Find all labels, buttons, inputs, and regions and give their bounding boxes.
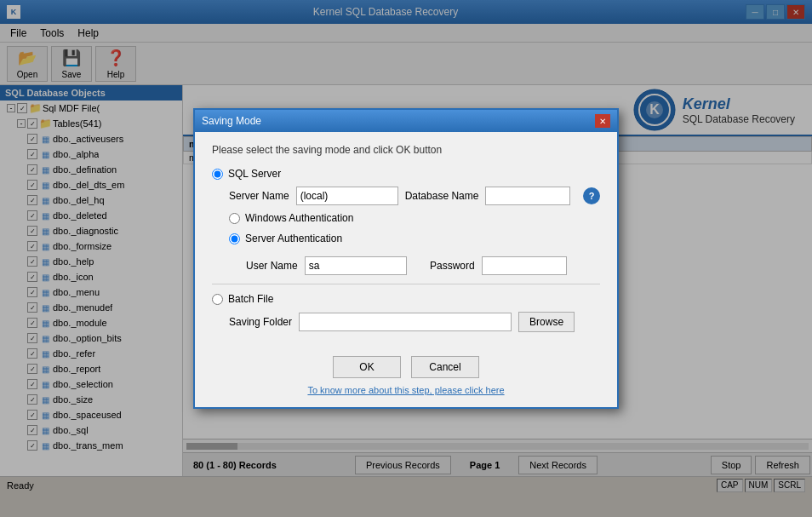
saving-folder-row: Saving Folder Browse bbox=[229, 312, 600, 332]
sql-server-label[interactable]: SQL Server bbox=[228, 168, 281, 180]
username-input[interactable] bbox=[305, 256, 407, 275]
dialog-footer: OK Cancel To know more about this step, … bbox=[195, 348, 617, 407]
dialog-buttons: OK Cancel bbox=[333, 356, 479, 378]
modal-overlay: Saving Mode ✕ Please select the saving m… bbox=[0, 0, 812, 517]
server-db-grid: Server Name Database Name ? bbox=[229, 187, 600, 205]
server-name-input[interactable] bbox=[296, 187, 398, 205]
dialog-close-button[interactable]: ✕ bbox=[595, 114, 610, 128]
server-auth-label[interactable]: Server Authentication bbox=[245, 233, 342, 244]
server-auth-row: Server Authentication bbox=[229, 233, 600, 244]
windows-auth-label[interactable]: Windows Authentication bbox=[245, 212, 353, 224]
dialog-title-bar: Saving Mode ✕ bbox=[195, 110, 617, 132]
credentials-grid: User Name Password bbox=[246, 256, 600, 275]
database-name-label: Database Name bbox=[405, 190, 479, 202]
saving-mode-dialog: Saving Mode ✕ Please select the saving m… bbox=[193, 108, 619, 409]
dialog-instruction: Please select the saving mode and click … bbox=[212, 144, 600, 156]
sql-server-radio-row: SQL Server bbox=[212, 168, 600, 180]
sql-server-section: SQL Server Server Name Database Name ? bbox=[212, 168, 600, 275]
sql-server-radio[interactable] bbox=[212, 169, 223, 180]
more-info-link[interactable]: To know more about this step, please cli… bbox=[307, 385, 504, 395]
windows-auth-radio[interactable] bbox=[229, 213, 240, 224]
auth-options: Windows Authentication Server Authentica… bbox=[229, 212, 600, 250]
batch-file-radio[interactable] bbox=[212, 294, 223, 305]
batch-file-label[interactable]: Batch File bbox=[228, 293, 273, 305]
dialog-title: Saving Mode bbox=[202, 115, 261, 127]
server-auth-radio[interactable] bbox=[229, 233, 240, 244]
username-label: User Name bbox=[246, 260, 298, 272]
cancel-button[interactable]: Cancel bbox=[411, 356, 479, 378]
auth-section: Windows Authentication Server Authentica… bbox=[229, 212, 600, 275]
server-name-label: Server Name bbox=[229, 190, 289, 202]
saving-folder-input[interactable] bbox=[299, 313, 512, 331]
ok-button[interactable]: OK bbox=[333, 356, 401, 378]
windows-auth-row: Windows Authentication bbox=[229, 212, 600, 224]
saving-folder-label: Saving Folder bbox=[229, 316, 292, 328]
password-input[interactable] bbox=[482, 256, 567, 275]
dialog-body: Please select the saving mode and click … bbox=[195, 132, 617, 348]
password-label: Password bbox=[430, 260, 475, 272]
batch-file-section: Batch File Saving Folder Browse bbox=[212, 293, 600, 332]
batch-file-radio-row: Batch File bbox=[212, 293, 600, 305]
browse-button[interactable]: Browse bbox=[518, 312, 575, 332]
section-divider bbox=[212, 284, 600, 284]
info-button[interactable]: ? bbox=[583, 187, 600, 204]
database-name-input[interactable] bbox=[485, 187, 570, 205]
